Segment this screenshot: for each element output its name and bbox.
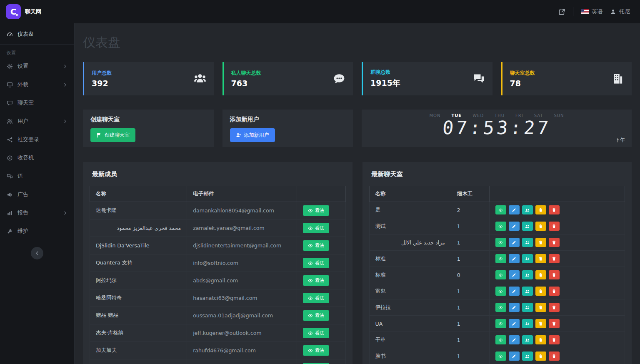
- members-button[interactable]: [522, 287, 533, 296]
- members-button[interactable]: [522, 352, 533, 361]
- view-button-label: 看法: [315, 330, 324, 336]
- delete-button[interactable]: [549, 319, 560, 328]
- edit-button[interactable]: [509, 287, 520, 296]
- room-name: 雷鬼: [369, 283, 451, 299]
- view-button[interactable]: 看法: [303, 240, 329, 251]
- sidebar-item-0[interactable]: 设置: [0, 57, 74, 75]
- edit-button[interactable]: [509, 352, 520, 361]
- edit-button[interactable]: [509, 205, 520, 214]
- view-button[interactable]: 看法: [303, 205, 329, 216]
- view-button[interactable]: 看法: [303, 310, 329, 321]
- sidebar-item-8[interactable]: 报告: [0, 204, 74, 222]
- create-room-button[interactable]: 创建聊天室: [90, 128, 135, 142]
- sidebar-item-2[interactable]: 聊天室: [0, 94, 74, 112]
- sidebar-item-6[interactable]: 语: [0, 167, 74, 185]
- delete-button[interactable]: [549, 205, 560, 214]
- language-selector[interactable]: 英语: [581, 8, 602, 15]
- clear-button[interactable]: [535, 287, 546, 296]
- clear-button[interactable]: [535, 303, 546, 312]
- sidebar-item-7[interactable]: 广告: [0, 185, 74, 204]
- view-button[interactable]: [495, 254, 506, 263]
- view-button[interactable]: [495, 335, 506, 344]
- users-icon: [7, 118, 13, 125]
- edit-button[interactable]: [509, 238, 520, 247]
- delete-button[interactable]: [549, 270, 560, 279]
- clear-button[interactable]: [535, 205, 546, 214]
- member-row: 达曼卡隆damankahlon8054@gmail.com看法: [90, 202, 346, 219]
- members-button[interactable]: [522, 270, 533, 279]
- external-link-button[interactable]: [558, 8, 565, 15]
- view-button[interactable]: [495, 222, 506, 231]
- view-button[interactable]: [495, 205, 506, 214]
- edit-button[interactable]: [509, 270, 520, 279]
- edit-button[interactable]: [509, 335, 520, 344]
- view-button[interactable]: [495, 352, 506, 361]
- view-button[interactable]: [495, 287, 506, 296]
- members-button[interactable]: [522, 303, 533, 312]
- delete-button[interactable]: [549, 222, 560, 231]
- members-button[interactable]: [522, 319, 533, 328]
- delete-button[interactable]: [549, 335, 560, 344]
- edit-button[interactable]: [509, 222, 520, 231]
- members-button[interactable]: [522, 222, 533, 231]
- edit-button[interactable]: [509, 303, 520, 312]
- sidebar-item-9[interactable]: 维护: [0, 222, 74, 240]
- members-button[interactable]: [522, 238, 533, 247]
- clear-button[interactable]: [535, 238, 546, 247]
- radio-icon: [7, 155, 13, 161]
- sidebar-item-1[interactable]: 外貌: [0, 75, 74, 94]
- delete-button[interactable]: [549, 303, 560, 312]
- sidebar-item-5[interactable]: 收音机: [0, 149, 74, 167]
- delete-button[interactable]: [549, 287, 560, 296]
- add-user-button[interactable]: 添加新用户: [230, 128, 275, 142]
- view-button[interactable]: 看法: [303, 328, 329, 338]
- sidebar-item-3[interactable]: 用户: [0, 112, 74, 130]
- trash-icon: [538, 354, 543, 359]
- room-row: 是2: [369, 202, 625, 218]
- view-button[interactable]: 看法: [303, 293, 329, 303]
- view-button[interactable]: 看法: [303, 223, 329, 233]
- clear-button[interactable]: [535, 352, 546, 361]
- edit-button[interactable]: [509, 319, 520, 328]
- members-button[interactable]: [522, 335, 533, 344]
- view-button[interactable]: 看法: [303, 275, 329, 286]
- us-flag-icon: [581, 9, 589, 14]
- members-button[interactable]: [522, 254, 533, 263]
- clear-button[interactable]: [535, 270, 546, 279]
- view-button[interactable]: [495, 319, 506, 328]
- room-joiners: 1: [451, 251, 489, 267]
- delete-button[interactable]: [549, 254, 560, 263]
- brand-name: 聊天网: [25, 8, 41, 15]
- clear-button[interactable]: [535, 335, 546, 344]
- chevron-right-icon: [63, 82, 68, 87]
- edit-button[interactable]: [509, 254, 520, 263]
- members-icon: [525, 224, 530, 229]
- view-button[interactable]: [495, 303, 506, 312]
- member-row: 赠品 赠品oussama.01adjadj@gmail.com看法: [90, 307, 346, 324]
- view-button[interactable]: [495, 270, 506, 279]
- sidebar-item-4[interactable]: 社交登录: [0, 130, 74, 149]
- clear-button[interactable]: [535, 319, 546, 328]
- members-button[interactable]: [522, 205, 533, 214]
- member-row: 哈桑阿特奇hasanatci63@gmail.com看法: [90, 289, 346, 307]
- view-button[interactable]: 看法: [303, 258, 329, 268]
- view-button[interactable]: [495, 238, 506, 247]
- user-menu[interactable]: 托尼: [610, 8, 630, 15]
- clear-button[interactable]: [535, 222, 546, 231]
- trash-icon: [538, 338, 543, 342]
- sidebar-item-dashboard[interactable]: 仪表盘: [0, 25, 74, 45]
- chevron-right-icon: [63, 211, 68, 215]
- view-button[interactable]: 看法: [303, 345, 329, 356]
- clear-button[interactable]: [535, 254, 546, 263]
- trash-icon: [538, 224, 543, 229]
- members-icon: [525, 257, 530, 261]
- language-label: 英语: [592, 8, 602, 15]
- create-room-card: 创建聊天室 创建聊天室: [83, 110, 214, 147]
- sidebar-section-label: 设置: [0, 45, 74, 57]
- brand[interactable]: Cn 聊天网: [0, 4, 75, 19]
- sidebar-collapse-button[interactable]: [31, 247, 43, 259]
- delete-button[interactable]: [549, 352, 560, 361]
- room-row: 雷鬼1: [369, 283, 625, 299]
- app-logo-icon: Cn: [6, 4, 21, 19]
- delete-button[interactable]: [549, 238, 560, 247]
